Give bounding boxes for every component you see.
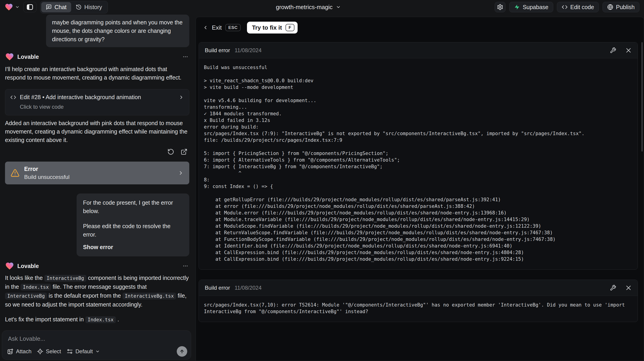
- esc-key-hint: ESC: [225, 24, 240, 31]
- send-button[interactable]: [177, 346, 187, 357]
- attach-label: Attach: [16, 348, 32, 355]
- error-card-title: Error: [24, 166, 70, 172]
- select-button[interactable]: Select: [34, 347, 64, 356]
- build-error-panel-2: Build error 11/08/2024 src/pages/Index.t…: [199, 280, 638, 322]
- chevron-down-icon: [15, 5, 20, 9]
- publish-button[interactable]: Publish: [602, 2, 640, 12]
- tab-history[interactable]: History: [71, 2, 107, 12]
- chat-panel: maybe diagramming points and when you mo…: [0, 14, 194, 361]
- try-to-fix-label: Try to fix it: [252, 24, 282, 31]
- exit-button[interactable]: Exit ESC: [203, 24, 240, 31]
- history-icon: [76, 4, 82, 10]
- build-error-title: Build error: [205, 285, 230, 291]
- build-error-card[interactable]: Error Build unsuccessful: [5, 162, 189, 184]
- edit-card-title: Edit #28 • Add interactive background an…: [20, 94, 141, 100]
- assistant-message: Let's fix the import statement in Index.…: [5, 315, 189, 324]
- code-icon: [10, 94, 16, 100]
- panel-left-icon: [26, 3, 34, 11]
- composer[interactable]: Ask Lovable... Attach Select Default: [2, 331, 191, 360]
- chevron-right-icon: [178, 95, 184, 100]
- close-icon[interactable]: [625, 285, 632, 291]
- tab-chat[interactable]: Chat: [41, 2, 71, 12]
- build-error-header: Build error 11/08/2024: [199, 280, 638, 296]
- try-to-fix-button[interactable]: Try to fix it F: [247, 22, 298, 33]
- wrench-icon[interactable]: [610, 285, 616, 291]
- user-message: For the code present, I get the error be…: [76, 193, 189, 256]
- edit-code-label: Edit code: [570, 4, 594, 10]
- attach-image-icon: [7, 348, 14, 355]
- user-message-text: maybe diagramming points and when you mo…: [52, 19, 183, 42]
- project-switcher[interactable]: growth-metrics-magic: [276, 0, 341, 14]
- chevron-down-icon: [336, 4, 341, 9]
- supabase-bolt-icon: [514, 4, 520, 10]
- console-output: src/pages/Index.tsx(7,10): error TS2614:…: [199, 296, 638, 322]
- warning-triangle-icon: [10, 168, 20, 178]
- user-message-text: For the code present, I get the error be…: [83, 199, 183, 215]
- sidebar-toggle-button[interactable]: [23, 2, 36, 12]
- close-icon[interactable]: [625, 47, 632, 53]
- settings-button[interactable]: [495, 2, 506, 12]
- error-card-subtitle: Build unsuccessful: [24, 174, 70, 180]
- sliders-icon: [66, 348, 73, 355]
- preview-panel: Exit ESC Try to fix it F Build error 11/…: [196, 17, 644, 361]
- build-error-console: src/pages/Index.tsx(7,10): error TS2614:…: [199, 296, 638, 322]
- console-output: Build was unsuccessful > vite_react_shad…: [199, 58, 638, 269]
- assistant-name: Lovable: [17, 53, 39, 60]
- build-error-header: Build error 11/08/2024: [199, 42, 638, 58]
- build-error-date: 11/08/2024: [235, 285, 262, 291]
- mode-select[interactable]: Default: [64, 347, 102, 356]
- build-error-date: 11/08/2024: [235, 47, 262, 53]
- chevron-right-icon: [178, 170, 184, 176]
- edit-card-subtitle: Click to view code: [20, 104, 184, 110]
- more-options-icon[interactable]: [182, 53, 189, 61]
- chat-history-tabs: Chat History: [40, 1, 108, 13]
- project-name: growth-metrics-magic: [276, 4, 333, 11]
- attach-button[interactable]: Attach: [6, 347, 34, 356]
- tab-chat-label: Chat: [54, 4, 66, 10]
- wrench-icon[interactable]: [610, 47, 616, 53]
- publish-label: Publish: [616, 4, 635, 10]
- supabase-button[interactable]: Supabase: [509, 2, 553, 12]
- message-actions: [5, 148, 189, 155]
- chevron-left-icon: [203, 25, 208, 30]
- select-target-icon: [37, 348, 43, 355]
- exit-label: Exit: [212, 24, 222, 31]
- build-error-title: Build error: [205, 47, 230, 53]
- assistant-message: Added an interactive background with pin…: [5, 119, 189, 144]
- arrow-up-icon: [179, 349, 185, 354]
- chevron-down-icon: [95, 349, 100, 354]
- assistant-message: It looks like the InteractiveBg componen…: [5, 274, 189, 309]
- user-message: maybe diagramming points and when you mo…: [46, 14, 189, 47]
- lovable-heart-icon: [5, 52, 14, 61]
- chat-icon: [46, 4, 52, 10]
- lovable-logo-menu[interactable]: [4, 3, 20, 11]
- open-external-icon[interactable]: [180, 148, 188, 155]
- mode-label: Default: [76, 348, 93, 355]
- select-label: Select: [46, 348, 61, 355]
- assistant-header: Lovable: [5, 261, 189, 271]
- restore-icon[interactable]: [168, 148, 174, 155]
- assistant-message: I'll help create an interactive backgrou…: [5, 65, 189, 82]
- gear-icon: [497, 4, 503, 10]
- tab-history-label: History: [84, 4, 102, 10]
- user-message-text: Please edit the code to resolve the erro…: [83, 222, 183, 239]
- topbar: Chat History growth-metrics-magic S: [0, 0, 644, 14]
- supabase-label: Supabase: [523, 4, 548, 10]
- f-key-hint: F: [286, 24, 294, 31]
- scrollbar-thumb[interactable]: [642, 42, 643, 152]
- build-error-panel-1: Build error 11/08/2024 Build was unsucce…: [199, 42, 638, 270]
- lovable-heart-icon: [4, 3, 13, 11]
- globe-icon: [607, 4, 613, 10]
- show-error-link[interactable]: Show error: [83, 243, 183, 251]
- lovable-heart-icon: [5, 261, 14, 271]
- edit-code-button[interactable]: Edit code: [557, 2, 599, 12]
- assistant-header: Lovable: [5, 52, 189, 61]
- edit-card-28[interactable]: Edit #28 • Add interactive background an…: [5, 89, 189, 115]
- more-options-icon[interactable]: [182, 262, 189, 270]
- code-icon: [562, 4, 568, 10]
- assistant-name: Lovable: [17, 263, 39, 269]
- build-error-console: Build was unsuccessful > vite_react_shad…: [199, 58, 638, 269]
- composer-input[interactable]: Ask Lovable...: [8, 335, 186, 342]
- preview-header: Exit ESC Try to fix it F: [196, 17, 644, 36]
